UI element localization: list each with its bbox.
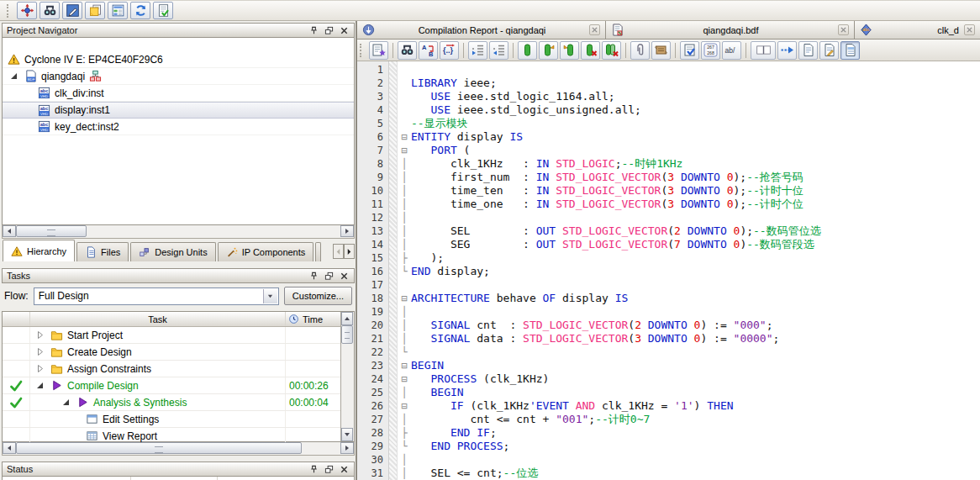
tree-item-key-dect-inst2[interactable]: abcVHDkey_dect:inst2 [3, 119, 354, 135]
navigate-button[interactable] [17, 2, 37, 19]
task-row-edit-settings[interactable]: Edit Settings [3, 411, 354, 428]
bookmark-button[interactable] [518, 41, 537, 60]
tabs-scroll-right-button[interactable] [344, 244, 355, 259]
expand-arrow-icon[interactable] [34, 364, 46, 373]
scrollbar-thumb[interactable] [16, 442, 302, 454]
notes-button[interactable] [85, 2, 105, 19]
scroll-left-button[interactable] [3, 442, 16, 454]
fold-marker[interactable]: ⊟ [398, 359, 411, 372]
tab-close-button[interactable] [838, 24, 849, 35]
customize-button[interactable]: Customize... [284, 287, 352, 305]
scroll-right-button[interactable] [340, 442, 354, 454]
task-name-cell[interactable]: Create Design [30, 344, 286, 360]
find-button[interactable] [40, 2, 60, 19]
bookmark-next-button[interactable] [539, 41, 558, 60]
attach-button[interactable] [630, 41, 650, 60]
expand-arrow-icon[interactable] [34, 381, 46, 390]
line-numbers-button[interactable]: 267268 [701, 41, 720, 60]
layout-button[interactable] [108, 2, 128, 19]
match-delimiter-button[interactable]: {..} [440, 41, 459, 60]
tab-close-button[interactable] [964, 24, 975, 35]
task-row-compile-design[interactable]: Compile Design00:00:26 [3, 377, 354, 394]
goto-button[interactable] [777, 41, 797, 60]
bookmark-margin[interactable] [389, 61, 398, 480]
replace-button[interactable]: AB [419, 41, 438, 60]
scroll-up-button[interactable] [341, 312, 353, 325]
task-name-cell[interactable]: Edit Settings [30, 411, 286, 427]
float-button[interactable] [323, 25, 335, 36]
code-editor[interactable]: 1234567891011121314151617181920212223242… [357, 61, 980, 480]
task-row-analysis-synthesis[interactable]: Analysis & Synthesis00:00:04 [3, 394, 354, 411]
document-tab-qiangdaqi-bdf[interactable]: qiangdaqi.bdf [606, 21, 855, 39]
fold-marker[interactable]: ⊟ [398, 372, 411, 386]
pin-button[interactable] [308, 25, 319, 36]
navigator-hscrollbar[interactable] [2, 225, 355, 239]
tree-item-cyclone-iv-e-ep4ce40f29c6[interactable]: Cyclone IV E: EP4CE40F29C6 [3, 51, 354, 68]
fold-marker[interactable]: ⊟ [398, 130, 411, 144]
pin-button[interactable] [308, 271, 319, 282]
tab-partial[interactable] [315, 242, 321, 261]
fold-marker[interactable]: ⊟ [398, 292, 411, 305]
bookmark-del-button[interactable] [581, 41, 600, 60]
task-name-cell[interactable]: Start Project [30, 327, 286, 343]
indent-inc-button[interactable] [468, 41, 487, 60]
fold-marker[interactable]: ⊟ [398, 399, 411, 413]
tab-ip-components[interactable]: IP Components [218, 242, 314, 261]
expand-arrow-icon[interactable] [34, 347, 46, 356]
tasks-hscrollbar[interactable] [2, 442, 355, 456]
doc2-button[interactable] [819, 41, 839, 60]
doc3-button[interactable] [840, 41, 860, 60]
flow-select[interactable]: Full Design [34, 287, 279, 305]
task-name-cell[interactable]: View Report [30, 428, 286, 442]
tab-close-button[interactable] [589, 24, 600, 35]
status-column-header[interactable] [3, 312, 30, 326]
tree-item-clk-div-inst[interactable]: abcVHDclk_div:inst [3, 85, 354, 102]
task-row-create-design[interactable]: Create Design [3, 344, 354, 361]
task-name-cell[interactable]: Analysis & Synthesis [30, 394, 286, 410]
scrollbar-track[interactable] [302, 442, 340, 455]
scrollbar-track[interactable] [87, 225, 340, 238]
scroll-down-button[interactable] [341, 428, 353, 441]
scroll-left-button[interactable] [3, 225, 16, 237]
close-button[interactable] [338, 271, 350, 282]
doc1-button[interactable] [798, 41, 818, 60]
expand-arrow-icon[interactable] [60, 398, 72, 407]
analyze-button[interactable] [680, 41, 699, 60]
document-tab-clk-d[interactable]: abcclk_d [855, 21, 980, 39]
scroll-right-button[interactable] [340, 225, 354, 237]
task-name-cell[interactable]: Assign Constraints [30, 361, 286, 377]
expand-arrow-icon[interactable] [34, 330, 46, 340]
close-button[interactable] [338, 464, 350, 475]
scrollbar-track[interactable] [341, 344, 354, 428]
expand-arrow-icon[interactable] [8, 71, 20, 81]
float-button[interactable] [323, 464, 335, 475]
scrollbar-thumb[interactable] [341, 325, 353, 344]
task-column-header[interactable]: Task [30, 312, 286, 326]
bookmark-del-all-button[interactable] [602, 41, 621, 60]
scrollbar-thumb[interactable] [16, 225, 87, 237]
document-tab-compilation-report-qiangdaqi[interactable]: Compilation Report - qiangdaqi [357, 21, 606, 39]
task-row-start-project[interactable]: Start Project [3, 327, 354, 344]
find-button[interactable] [398, 41, 417, 60]
bookmark-prev-button[interactable] [560, 41, 579, 60]
template-button[interactable] [651, 41, 671, 60]
toolbar-drag-handle[interactable] [360, 44, 364, 57]
tab-files[interactable]: Files [76, 242, 129, 261]
doc-settings-button[interactable] [369, 41, 388, 60]
toolbar-drag-handle[interactable] [7, 4, 11, 18]
tasks-vscrollbar[interactable] [340, 312, 354, 441]
float-button[interactable] [323, 271, 335, 282]
close-button[interactable] [338, 25, 350, 36]
comment-button[interactable]: ab/ [722, 41, 741, 60]
task-name-cell[interactable]: Compile Design [30, 377, 286, 393]
rule-check-button[interactable] [153, 2, 173, 19]
code-text[interactable]: LIBRARY ieee; USE ieee.std_logic_1164.al… [398, 61, 980, 480]
refresh-button[interactable] [130, 2, 150, 19]
indent-dec-button[interactable] [489, 41, 508, 60]
tab-design-units[interactable]: Design Units [130, 242, 215, 261]
tree-item-qiangdaqi[interactable]: BDFqiangdaqi [3, 68, 354, 85]
dropdown-arrow-icon[interactable] [263, 289, 277, 303]
tab-hierarchy[interactable]: Hierarchy [3, 240, 75, 261]
edit-button[interactable] [62, 2, 82, 19]
task-row-assign-constraints[interactable]: Assign Constraints [3, 361, 354, 377]
